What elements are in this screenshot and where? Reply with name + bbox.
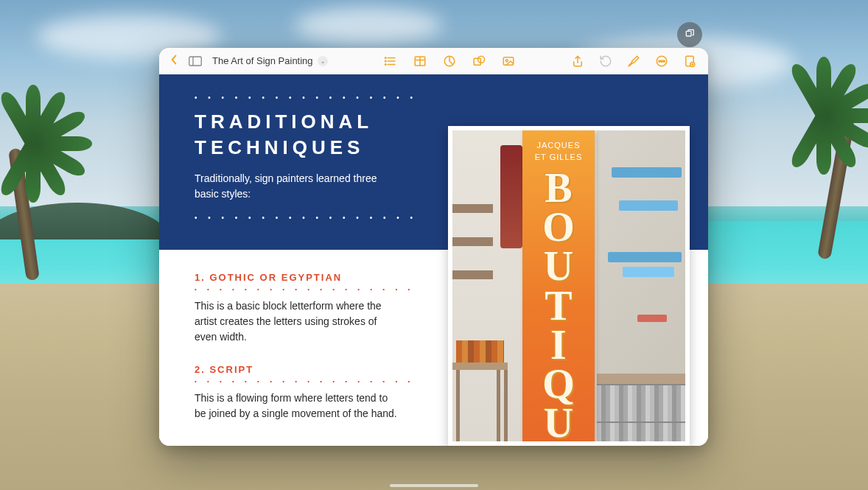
share-button[interactable] [571, 55, 584, 68]
animate-button[interactable] [655, 55, 668, 68]
chevron-down-icon: ⌄ [318, 56, 328, 66]
svg-point-20 [663, 60, 665, 61]
format-brush-button[interactable] [627, 55, 640, 68]
sign-letter: U [522, 247, 595, 286]
sign-letter: I [522, 326, 595, 365]
sign-header-line1: JACQUES [522, 130, 595, 153]
shape-insert-button[interactable] [472, 55, 486, 68]
document-options-button[interactable] [683, 55, 696, 68]
sidebar-toggle-icon[interactable] [189, 56, 202, 66]
svg-point-16 [505, 59, 508, 61]
svg-point-6 [385, 57, 386, 58]
home-indicator[interactable] [390, 484, 478, 487]
list-format-button[interactable] [384, 55, 397, 68]
list-item-heading: 1. GOTHIC OR EGYPTIAN [195, 272, 411, 283]
sign-letter: Q [522, 365, 595, 404]
decorative-dots: • • • • • • • • • • • • • • • • • • • • … [195, 286, 412, 293]
undo-button[interactable] [599, 55, 612, 68]
decorative-dots: • • • • • • • • • • • • • • • • • • • • … [195, 214, 416, 222]
list-item-heading: 2. SCRIPT [195, 364, 411, 375]
content-section: 1. GOTHIC OR EGYPTIAN • • • • • • • • • … [159, 250, 447, 446]
decorative-dots: • • • • • • • • • • • • • • • • • • • • … [195, 378, 412, 385]
svg-rect-15 [503, 57, 514, 65]
table-insert-button[interactable] [413, 55, 427, 68]
media-insert-button[interactable] [502, 55, 515, 68]
decorative-dots: • • • • • • • • • • • • • • • • • • • • … [195, 94, 416, 102]
slide-canvas[interactable]: • • • • • • • • • • • • • • • • • • • • … [159, 74, 708, 446]
list-item-body: This is a flowing form where letters ten… [195, 391, 401, 421]
sign-letter: T [522, 287, 595, 326]
svg-rect-0 [686, 31, 691, 36]
toolbar: The Art of Sign Painting ⌄ [159, 48, 708, 74]
slide-subtitle: Traditionally, sign painters learned thr… [195, 171, 386, 202]
sign-graphic: JACQUES ET GILLES B O U T I Q U [522, 130, 595, 446]
sign-letter: B [522, 169, 595, 208]
back-button[interactable] [167, 55, 181, 68]
keynote-window: The Art of Sign Painting ⌄ [159, 48, 708, 446]
list-item-body: This is a basic block letterform where t… [195, 298, 401, 345]
document-title: The Art of Sign Painting [212, 55, 313, 66]
svg-point-19 [661, 60, 662, 61]
svg-point-7 [385, 60, 386, 62]
sign-letter: O [522, 208, 595, 247]
chart-insert-button[interactable] [443, 55, 456, 68]
svg-rect-13 [474, 58, 480, 65]
svg-rect-1 [189, 57, 202, 66]
multitasking-button[interactable] [677, 22, 702, 47]
svg-point-18 [659, 60, 660, 61]
svg-point-8 [385, 63, 386, 65]
sign-letter: U [522, 404, 595, 443]
slide-image[interactable]: JACQUES ET GILLES B O U T I Q U [448, 126, 690, 446]
document-title-button[interactable]: The Art of Sign Painting ⌄ [212, 55, 328, 66]
